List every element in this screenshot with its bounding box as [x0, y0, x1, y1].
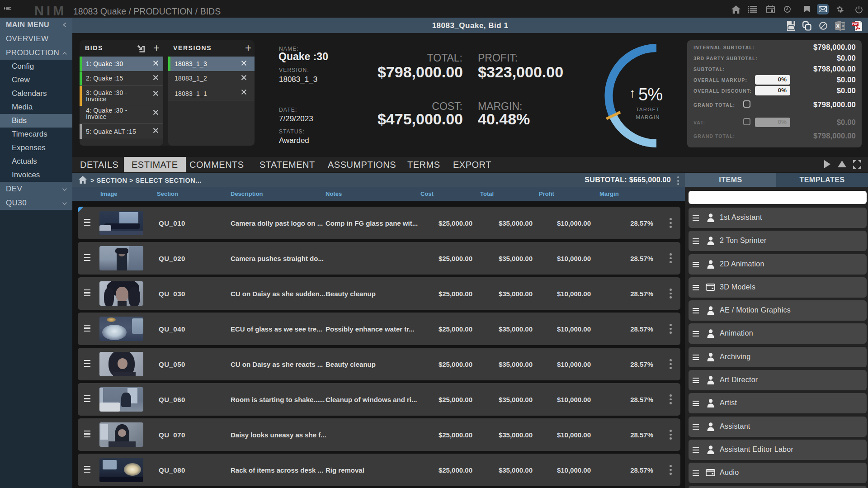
svg-text:PDF: PDF: [852, 22, 858, 25]
svg-text:X: X: [836, 23, 840, 29]
